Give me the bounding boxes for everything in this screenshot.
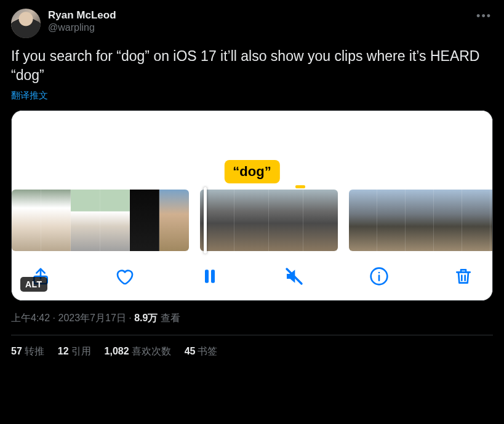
views-count: 8.9万 <box>134 313 158 323</box>
tweet-time[interactable]: 上午4:42 <box>11 313 50 323</box>
clip-frame <box>41 190 71 251</box>
media-top-area: “dog” <box>12 111 492 190</box>
clip-frame <box>234 190 269 251</box>
tweet-header: Ryan McLeod @warpling ••• <box>11 9 493 38</box>
clip-frame <box>100 190 130 251</box>
trash-button[interactable] <box>452 265 475 288</box>
trash-icon <box>454 266 473 286</box>
translate-link[interactable]: 翻译推文 <box>11 90 48 102</box>
tweet-date[interactable]: 2023年7月17日 <box>58 313 126 323</box>
heart-icon <box>115 266 135 286</box>
tweet-meta: 上午4:42 · 2023年7月17日 · 8.9万 查看 <box>11 312 493 325</box>
playhead[interactable] <box>204 187 207 254</box>
stats-row: 57转推 12引用 1,082喜欢次数 45书签 <box>11 335 493 358</box>
clip-frame <box>159 190 189 251</box>
bookmarks-stat[interactable]: 45书签 <box>185 345 218 358</box>
author-block[interactable]: Ryan McLeod @warpling <box>48 9 116 34</box>
svg-rect-1 <box>205 270 209 282</box>
clip-group[interactable] <box>349 190 492 251</box>
svg-rect-2 <box>211 270 215 282</box>
views-label: 查看 <box>158 313 180 323</box>
media-attachment[interactable]: “dog” <box>11 110 493 301</box>
video-timeline[interactable] <box>12 190 492 251</box>
clip-frame <box>377 190 406 251</box>
quotes-stat[interactable]: 12引用 <box>58 345 91 358</box>
clip-frame <box>434 190 462 251</box>
clip-frame <box>490 190 492 251</box>
svg-point-6 <box>378 272 380 274</box>
pause-icon <box>200 266 220 286</box>
avatar[interactable] <box>11 9 41 38</box>
display-name: Ryan McLeod <box>48 9 116 22</box>
clip-group[interactable] <box>12 190 189 251</box>
clip-frame <box>406 190 434 251</box>
media-toolbar <box>12 251 492 300</box>
highlight-marker <box>295 185 305 188</box>
clip-frame <box>12 190 41 251</box>
clip-frame <box>462 190 490 251</box>
handle: @warpling <box>48 22 116 34</box>
tweet-text: If you search for “dog” on iOS 17 it’ll … <box>11 47 493 85</box>
clip-frame <box>71 190 100 251</box>
retweets-stat[interactable]: 57转推 <box>11 345 44 358</box>
alt-badge[interactable]: ALT <box>20 277 47 292</box>
tweet-container: Ryan McLeod @warpling ••• If you search … <box>0 0 504 358</box>
likes-stat[interactable]: 1,082喜欢次数 <box>105 345 171 358</box>
search-highlight-label: “dog” <box>224 160 279 183</box>
clip-frame <box>269 190 303 251</box>
mute-icon <box>284 266 304 286</box>
clip-frame <box>130 190 159 251</box>
info-button[interactable] <box>367 265 391 288</box>
like-button[interactable] <box>113 265 137 288</box>
clip-frame <box>349 190 377 251</box>
info-icon <box>369 266 389 286</box>
more-options-icon[interactable]: ••• <box>475 9 493 24</box>
mute-button[interactable] <box>282 265 306 288</box>
clip-group[interactable] <box>200 190 338 251</box>
clip-frame <box>303 190 338 251</box>
pause-button[interactable] <box>198 265 222 288</box>
